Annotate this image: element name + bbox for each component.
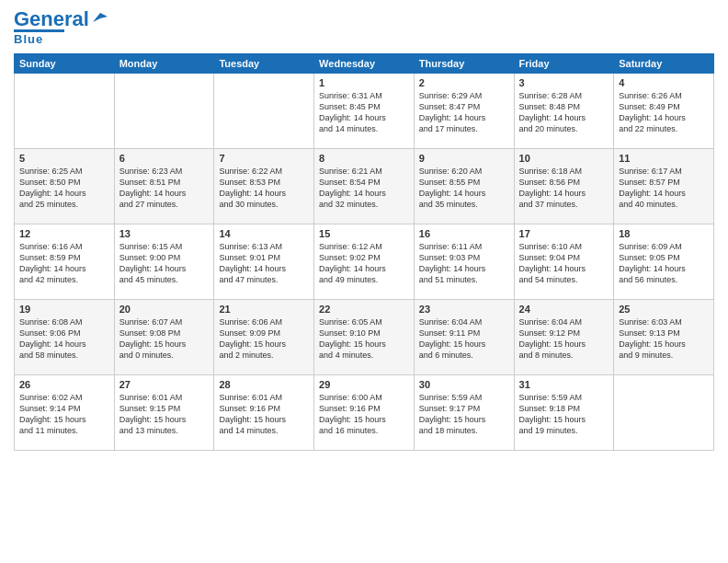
day-info: Sunrise: 6:31 AM Sunset: 8:45 PM Dayligh… bbox=[319, 90, 409, 135]
day-number: 6 bbox=[119, 153, 210, 164]
day-cell: 4Sunrise: 6:26 AM Sunset: 8:49 PM Daylig… bbox=[614, 74, 714, 149]
day-info: Sunrise: 6:08 AM Sunset: 9:06 PM Dayligh… bbox=[19, 316, 109, 362]
day-cell: 22Sunrise: 6:05 AM Sunset: 9:10 PM Dayli… bbox=[314, 300, 415, 375]
day-cell: 19Sunrise: 6:08 AM Sunset: 9:06 PM Dayli… bbox=[15, 300, 115, 375]
day-number: 14 bbox=[219, 228, 309, 239]
day-info: Sunrise: 6:26 AM Sunset: 8:49 PM Dayligh… bbox=[619, 90, 709, 135]
day-info: Sunrise: 6:20 AM Sunset: 8:55 PM Dayligh… bbox=[419, 166, 509, 211]
calendar-table: SundayMondayTuesdayWednesdayThursdayFrid… bbox=[14, 53, 714, 451]
day-info: Sunrise: 6:01 AM Sunset: 9:15 PM Dayligh… bbox=[119, 392, 210, 437]
day-info: Sunrise: 6:07 AM Sunset: 9:08 PM Dayligh… bbox=[119, 316, 210, 362]
day-cell: 30Sunrise: 5:59 AM Sunset: 9:17 PM Dayli… bbox=[414, 375, 514, 451]
day-number: 4 bbox=[619, 77, 709, 88]
day-info: Sunrise: 6:22 AM Sunset: 8:53 PM Dayligh… bbox=[219, 166, 309, 211]
logo-bird-icon bbox=[91, 9, 108, 26]
day-number: 12 bbox=[19, 228, 109, 239]
day-cell: 9Sunrise: 6:20 AM Sunset: 8:55 PM Daylig… bbox=[414, 149, 514, 224]
header-row: SundayMondayTuesdayWednesdayThursdayFrid… bbox=[15, 54, 714, 74]
day-info: Sunrise: 6:18 AM Sunset: 8:56 PM Dayligh… bbox=[519, 166, 609, 211]
day-number: 11 bbox=[619, 153, 709, 164]
day-cell: 14Sunrise: 6:13 AM Sunset: 9:01 PM Dayli… bbox=[214, 224, 314, 300]
day-info: Sunrise: 6:05 AM Sunset: 9:10 PM Dayligh… bbox=[319, 316, 409, 362]
day-number: 21 bbox=[219, 304, 309, 315]
day-info: Sunrise: 6:13 AM Sunset: 9:01 PM Dayligh… bbox=[219, 241, 309, 286]
day-cell: 5Sunrise: 6:25 AM Sunset: 8:50 PM Daylig… bbox=[15, 149, 115, 224]
day-info: Sunrise: 6:04 AM Sunset: 9:11 PM Dayligh… bbox=[419, 316, 509, 362]
day-info: Sunrise: 6:09 AM Sunset: 9:05 PM Dayligh… bbox=[619, 241, 709, 286]
day-info: Sunrise: 6:06 AM Sunset: 9:09 PM Dayligh… bbox=[219, 316, 309, 362]
day-number: 5 bbox=[19, 153, 109, 164]
day-info: Sunrise: 6:28 AM Sunset: 8:48 PM Dayligh… bbox=[519, 90, 609, 135]
day-number: 15 bbox=[319, 228, 409, 239]
day-number: 28 bbox=[219, 379, 309, 390]
header-cell-thursday: Thursday bbox=[414, 54, 514, 74]
day-number: 2 bbox=[419, 77, 509, 88]
day-info: Sunrise: 6:16 AM Sunset: 8:59 PM Dayligh… bbox=[19, 241, 109, 286]
day-number: 26 bbox=[19, 379, 109, 390]
day-cell: 23Sunrise: 6:04 AM Sunset: 9:11 PM Dayli… bbox=[414, 300, 514, 375]
logo-blue-text: Blue bbox=[14, 32, 64, 46]
day-cell: 11Sunrise: 6:17 AM Sunset: 8:57 PM Dayli… bbox=[614, 149, 714, 224]
day-number: 8 bbox=[319, 153, 409, 164]
svg-marker-0 bbox=[93, 13, 108, 22]
day-cell bbox=[614, 375, 714, 451]
day-info: Sunrise: 5:59 AM Sunset: 9:18 PM Dayligh… bbox=[519, 392, 609, 437]
day-info: Sunrise: 6:17 AM Sunset: 8:57 PM Dayligh… bbox=[619, 166, 709, 211]
day-number: 23 bbox=[419, 304, 509, 315]
day-info: Sunrise: 6:03 AM Sunset: 9:13 PM Dayligh… bbox=[619, 316, 709, 362]
day-cell: 20Sunrise: 6:07 AM Sunset: 9:08 PM Dayli… bbox=[114, 300, 214, 375]
day-cell: 3Sunrise: 6:28 AM Sunset: 8:48 PM Daylig… bbox=[514, 74, 614, 149]
day-number: 20 bbox=[119, 304, 210, 315]
day-info: Sunrise: 6:29 AM Sunset: 8:47 PM Dayligh… bbox=[419, 90, 509, 135]
week-row-1: 1Sunrise: 6:31 AM Sunset: 8:45 PM Daylig… bbox=[15, 74, 714, 149]
day-cell: 17Sunrise: 6:10 AM Sunset: 9:04 PM Dayli… bbox=[514, 224, 614, 300]
header-cell-sunday: Sunday bbox=[15, 54, 115, 74]
day-cell: 28Sunrise: 6:01 AM Sunset: 9:16 PM Dayli… bbox=[214, 375, 314, 451]
page: General Blue SundayMondayTuesdayWednesda… bbox=[0, 0, 728, 563]
day-number: 13 bbox=[119, 228, 210, 239]
day-number: 16 bbox=[419, 228, 509, 239]
day-number: 22 bbox=[319, 304, 409, 315]
day-info: Sunrise: 6:12 AM Sunset: 9:02 PM Dayligh… bbox=[319, 241, 409, 286]
day-number: 18 bbox=[619, 228, 709, 239]
day-info: Sunrise: 6:10 AM Sunset: 9:04 PM Dayligh… bbox=[519, 241, 609, 286]
day-number: 3 bbox=[519, 77, 609, 88]
day-cell: 12Sunrise: 6:16 AM Sunset: 8:59 PM Dayli… bbox=[15, 224, 115, 300]
header-cell-tuesday: Tuesday bbox=[214, 54, 314, 74]
day-cell: 15Sunrise: 6:12 AM Sunset: 9:02 PM Dayli… bbox=[314, 224, 415, 300]
day-cell: 1Sunrise: 6:31 AM Sunset: 8:45 PM Daylig… bbox=[314, 74, 415, 149]
day-info: Sunrise: 6:23 AM Sunset: 8:51 PM Dayligh… bbox=[119, 166, 210, 211]
day-cell: 27Sunrise: 6:01 AM Sunset: 9:15 PM Dayli… bbox=[114, 375, 214, 451]
day-info: Sunrise: 6:02 AM Sunset: 9:14 PM Dayligh… bbox=[19, 392, 109, 437]
day-number: 9 bbox=[419, 153, 509, 164]
day-info: Sunrise: 6:25 AM Sunset: 8:50 PM Dayligh… bbox=[19, 166, 109, 211]
week-row-5: 26Sunrise: 6:02 AM Sunset: 9:14 PM Dayli… bbox=[15, 375, 714, 451]
day-number: 17 bbox=[519, 228, 609, 239]
day-cell: 16Sunrise: 6:11 AM Sunset: 9:03 PM Dayli… bbox=[414, 224, 514, 300]
day-cell bbox=[15, 74, 115, 149]
day-number: 25 bbox=[619, 304, 709, 315]
day-number: 19 bbox=[19, 304, 109, 315]
logo-text: General bbox=[14, 9, 89, 29]
day-cell: 25Sunrise: 6:03 AM Sunset: 9:13 PM Dayli… bbox=[614, 300, 714, 375]
header-cell-friday: Friday bbox=[514, 54, 614, 74]
day-cell: 26Sunrise: 6:02 AM Sunset: 9:14 PM Dayli… bbox=[15, 375, 115, 451]
day-number: 27 bbox=[119, 379, 210, 390]
week-row-2: 5Sunrise: 6:25 AM Sunset: 8:50 PM Daylig… bbox=[15, 149, 714, 224]
day-cell: 29Sunrise: 6:00 AM Sunset: 9:16 PM Dayli… bbox=[314, 375, 415, 451]
day-cell: 10Sunrise: 6:18 AM Sunset: 8:56 PM Dayli… bbox=[514, 149, 614, 224]
day-cell: 24Sunrise: 6:04 AM Sunset: 9:12 PM Dayli… bbox=[514, 300, 614, 375]
day-info: Sunrise: 6:21 AM Sunset: 8:54 PM Dayligh… bbox=[319, 166, 409, 211]
day-info: Sunrise: 6:00 AM Sunset: 9:16 PM Dayligh… bbox=[319, 392, 409, 437]
day-info: Sunrise: 6:11 AM Sunset: 9:03 PM Dayligh… bbox=[419, 241, 509, 286]
day-cell: 2Sunrise: 6:29 AM Sunset: 8:47 PM Daylig… bbox=[414, 74, 514, 149]
logo: General Blue bbox=[14, 9, 108, 46]
day-number: 1 bbox=[319, 77, 409, 88]
day-number: 30 bbox=[419, 379, 509, 390]
week-row-4: 19Sunrise: 6:08 AM Sunset: 9:06 PM Dayli… bbox=[15, 300, 714, 375]
day-cell: 31Sunrise: 5:59 AM Sunset: 9:18 PM Dayli… bbox=[514, 375, 614, 451]
week-row-3: 12Sunrise: 6:16 AM Sunset: 8:59 PM Dayli… bbox=[15, 224, 714, 300]
day-info: Sunrise: 6:04 AM Sunset: 9:12 PM Dayligh… bbox=[519, 316, 609, 362]
day-info: Sunrise: 6:15 AM Sunset: 9:00 PM Dayligh… bbox=[119, 241, 210, 286]
day-cell bbox=[114, 74, 214, 149]
